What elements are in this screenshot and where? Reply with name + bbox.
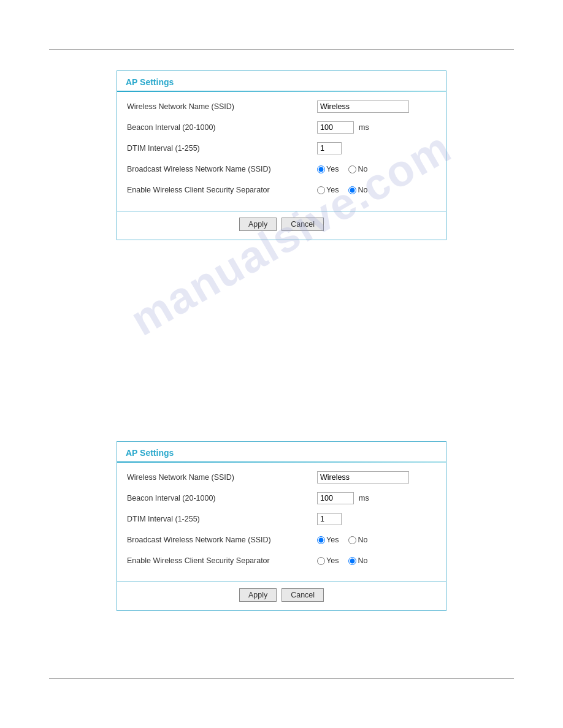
panel1-apply-button[interactable]: Apply bbox=[239, 218, 277, 231]
p2-security-yes-option[interactable]: Yes bbox=[317, 556, 339, 565]
security-yes-label: Yes bbox=[326, 186, 339, 194]
security-control: Yes No bbox=[317, 186, 436, 194]
security-yes-option[interactable]: Yes bbox=[317, 186, 339, 194]
p2-security-label: Enable Wireless Client Security Separato… bbox=[127, 556, 317, 565]
beacon-label: Beacon Interval (20-1000) bbox=[127, 123, 317, 132]
p2-broadcast-control: Yes No bbox=[317, 536, 436, 544]
dtim-row: DTIM Interval (1-255) bbox=[127, 141, 436, 156]
panel1-title: AP Settings bbox=[126, 77, 437, 87]
p2-broadcast-no-radio[interactable] bbox=[348, 536, 356, 544]
top-rule bbox=[49, 49, 514, 50]
beacon-control: ms bbox=[317, 121, 436, 134]
p2-security-yes-label: Yes bbox=[326, 556, 339, 565]
broadcast-yes-option[interactable]: Yes bbox=[317, 165, 339, 173]
security-no-label: No bbox=[358, 186, 367, 194]
ap-settings-panel-1: AP Settings Wireless Network Name (SSID)… bbox=[117, 70, 446, 240]
security-yes-radio[interactable] bbox=[317, 186, 325, 194]
security-no-option[interactable]: No bbox=[348, 186, 367, 194]
panel2-apply-button[interactable]: Apply bbox=[239, 588, 277, 602]
broadcast-yes-label: Yes bbox=[326, 165, 339, 173]
ap-settings-panel-2: AP Settings Wireless Network Name (SSID)… bbox=[117, 441, 446, 611]
p2-security-yes-radio[interactable] bbox=[317, 557, 325, 565]
beacon-input[interactable] bbox=[317, 121, 354, 134]
broadcast-control: Yes No bbox=[317, 165, 436, 173]
p2-beacon-label: Beacon Interval (20-1000) bbox=[127, 494, 317, 502]
p2-ssid-control bbox=[317, 471, 436, 483]
dtim-input[interactable] bbox=[317, 142, 342, 154]
p2-broadcast-row: Broadcast Wireless Network Name (SSID) Y… bbox=[127, 533, 436, 547]
panel2-footer: Apply Cancel bbox=[117, 582, 446, 610]
panel2-cancel-button[interactable]: Cancel bbox=[282, 588, 324, 602]
p2-security-no-label: No bbox=[358, 556, 367, 565]
security-row: Enable Wireless Client Security Separato… bbox=[127, 183, 436, 197]
p2-security-row: Enable Wireless Client Security Separato… bbox=[127, 553, 436, 568]
p2-security-radio-group: Yes No bbox=[317, 556, 367, 565]
p2-broadcast-label: Broadcast Wireless Network Name (SSID) bbox=[127, 536, 317, 544]
panel2-body: Wireless Network Name (SSID) Beacon Inte… bbox=[117, 463, 446, 578]
p2-dtim-label: DTIM Interval (1-255) bbox=[127, 515, 317, 523]
panel1-footer: Apply Cancel bbox=[117, 211, 446, 240]
bottom-rule bbox=[49, 678, 514, 679]
security-no-radio[interactable] bbox=[348, 186, 356, 194]
beacon-row: Beacon Interval (20-1000) ms bbox=[127, 120, 436, 135]
ssid-input[interactable] bbox=[317, 100, 409, 113]
panel1-cancel-button[interactable]: Cancel bbox=[282, 218, 324, 231]
broadcast-radio-group: Yes No bbox=[317, 165, 367, 173]
p2-beacon-input[interactable] bbox=[317, 492, 354, 504]
p2-ssid-input[interactable] bbox=[317, 471, 409, 483]
page-wrapper: manualsive.com AP Settings Wireless Netw… bbox=[0, 0, 563, 728]
p2-security-no-option[interactable]: No bbox=[348, 556, 367, 565]
p2-security-no-radio[interactable] bbox=[348, 557, 356, 565]
broadcast-no-radio[interactable] bbox=[348, 165, 356, 173]
p2-beacon-unit: ms bbox=[359, 494, 369, 502]
p2-broadcast-yes-label: Yes bbox=[326, 536, 339, 544]
panel2-title: AP Settings bbox=[126, 448, 437, 458]
p2-dtim-input[interactable] bbox=[317, 513, 342, 525]
dtim-control bbox=[317, 142, 436, 154]
panel1-header: AP Settings bbox=[117, 71, 446, 91]
ssid-control bbox=[317, 100, 436, 113]
p2-beacon-control: ms bbox=[317, 492, 436, 504]
broadcast-no-option[interactable]: No bbox=[348, 165, 367, 173]
p2-security-control: Yes No bbox=[317, 556, 436, 565]
broadcast-yes-radio[interactable] bbox=[317, 165, 325, 173]
p2-ssid-row: Wireless Network Name (SSID) bbox=[127, 470, 436, 485]
p2-ssid-label: Wireless Network Name (SSID) bbox=[127, 473, 317, 482]
ssid-label: Wireless Network Name (SSID) bbox=[127, 102, 317, 111]
p2-broadcast-yes-option[interactable]: Yes bbox=[317, 536, 339, 544]
beacon-unit: ms bbox=[359, 123, 369, 132]
panel2-header: AP Settings bbox=[117, 442, 446, 461]
dtim-label: DTIM Interval (1-255) bbox=[127, 144, 317, 153]
p2-beacon-row: Beacon Interval (20-1000) ms bbox=[127, 491, 436, 506]
p2-broadcast-radio-group: Yes No bbox=[317, 536, 367, 544]
p2-broadcast-yes-radio[interactable] bbox=[317, 536, 325, 544]
ssid-row: Wireless Network Name (SSID) bbox=[127, 99, 436, 114]
p2-dtim-row: DTIM Interval (1-255) bbox=[127, 512, 436, 526]
p2-broadcast-no-label: No bbox=[358, 536, 367, 544]
broadcast-row: Broadcast Wireless Network Name (SSID) Y… bbox=[127, 162, 436, 176]
security-label: Enable Wireless Client Security Separato… bbox=[127, 186, 317, 194]
panel1-body: Wireless Network Name (SSID) Beacon Inte… bbox=[117, 92, 446, 207]
security-radio-group: Yes No bbox=[317, 186, 367, 194]
broadcast-label: Broadcast Wireless Network Name (SSID) bbox=[127, 165, 317, 173]
p2-broadcast-no-option[interactable]: No bbox=[348, 536, 367, 544]
broadcast-no-label: No bbox=[358, 165, 367, 173]
p2-dtim-control bbox=[317, 513, 436, 525]
